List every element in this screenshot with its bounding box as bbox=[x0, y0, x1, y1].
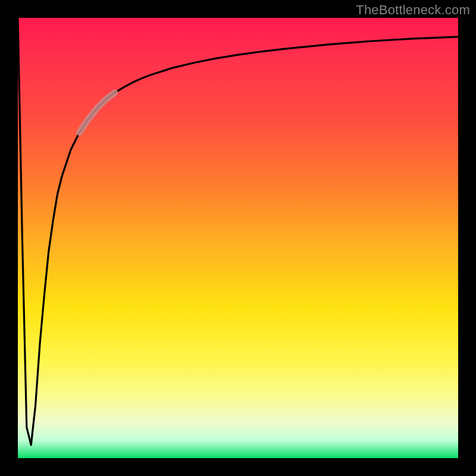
plot-area bbox=[18, 18, 458, 458]
watermark-text: TheBottleneck.com bbox=[356, 2, 470, 18]
chart-frame: TheBottleneck.com bbox=[0, 0, 476, 476]
bottleneck-curve bbox=[18, 18, 458, 458]
